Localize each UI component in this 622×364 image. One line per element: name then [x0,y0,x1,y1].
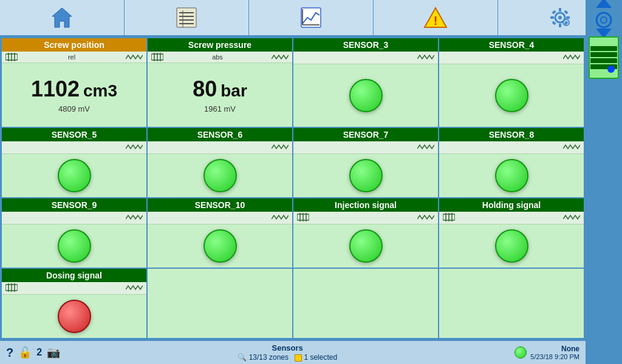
question-icon[interactable]: ? [6,346,13,360]
screw-pos-wave-icon [126,53,143,61]
sensor-6-subrow [148,141,292,154]
screw-position-subrow: rel [2,52,146,63]
dosing-icon [5,283,18,293]
injection-signal-subrow [293,212,438,224]
dosing-signal-cell: Dosing signal [1,268,147,339]
empty-cell-3 [439,268,584,339]
sensor-7-body [293,154,438,197]
status-center: Sensors 🔍 13/13 zones 1 selected [60,343,514,362]
injection-signal-body [293,224,438,268]
datetime: 5/23/18 9:20 PM [530,353,579,360]
sensor-6-cell: SENSOR_6 [147,127,293,198]
sensor-8-subrow [439,141,584,154]
sensor-6-indicator [203,159,237,192]
sensor-7-cell: SENSOR_7 [293,127,439,198]
sensor-5-header: SENSOR_5 [2,128,146,141]
screw-pres-mv: 1961 mV [204,104,236,113]
svg-rect-21 [564,10,568,14]
chart-button[interactable] [249,0,374,35]
injection-signal-indicator [349,229,383,263]
sensor-5-subrow [2,141,146,154]
screw-pres-unit: bar [220,81,247,101]
sensor-3-indicator [349,79,383,112]
dosing-wave-icon [126,283,143,293]
sensor-10-body [148,224,292,268]
screw-position-header: Screw position [2,38,146,52]
selected-indicator [295,354,302,362]
screw-pressure-cell: Screw pressure abs 80 bar 1961 mV [147,38,293,127]
sensor-4-header: SENSOR_4 [439,38,584,52]
sensor-5-indicator [58,159,91,192]
dosing-signal-subrow [2,282,146,295]
sensor-10-header: SENSOR_10 [148,198,292,212]
injection-icon [297,213,309,223]
sensor-10-subrow [148,212,292,224]
svg-rect-20 [552,21,556,25]
warning-button[interactable]: ! [374,0,498,35]
list-button[interactable] [125,0,249,35]
selected-info: 1 selected [304,353,337,362]
svg-point-25 [596,13,611,27]
camera-icon[interactable]: 📷 [47,346,60,359]
svg-rect-17 [566,16,570,19]
screw-pos-type: rel [68,53,75,61]
sensor-10-wave-icon [272,213,289,223]
display-panel[interactable] [589,36,619,79]
svg-rect-14 [559,8,561,12]
lock-icon[interactable]: 🔓 [18,346,32,359]
holding-signal-indicator [495,229,528,263]
injection-wave-icon [417,213,434,223]
zone-info: 13/13 zones [249,353,289,362]
screw-pressure-header: Screw pressure [148,38,292,52]
holding-signal-header: Holding signal [439,198,584,212]
holding-signal-cell: Holding signal [439,198,584,268]
svg-point-13 [558,16,562,19]
sensor-6-header: SENSOR_6 [148,128,292,141]
empty-cell-2 [293,268,439,339]
holding-signal-subrow [439,212,584,224]
sensor-7-wave-icon [417,143,434,152]
dosing-signal-header: Dosing signal [2,269,146,282]
sensor-9-wave-icon [126,213,143,223]
sensors-label: Sensors [272,343,303,352]
sensor-9-body [2,224,146,268]
screw-pres-wave-icon [272,53,289,61]
sensor-7-subrow [293,141,438,154]
screw-pres-value: 80 [193,76,217,102]
sensor-9-cell: SENSOR_9 [1,198,147,268]
search-status-icon: 🔍 [238,353,247,362]
sensor-8-header: SENSOR_8 [439,128,584,141]
home-button[interactable] [0,0,125,35]
screw-pres-icon [151,53,163,61]
none-label: None [530,345,579,353]
sensor-3-wave-icon [417,53,434,62]
svg-marker-0 [52,8,72,27]
search-scroll-icon[interactable] [589,3,619,33]
svg-rect-15 [559,24,561,27]
toolbar: ! [0,0,622,36]
screw-pos-unit: cm3 [83,81,117,101]
svg-point-23 [565,21,567,24]
screw-pressure-subrow: abs [148,52,292,63]
svg-rect-7 [301,8,321,27]
status-green-dot [514,346,527,359]
svg-rect-16 [550,16,554,19]
svg-rect-1 [177,8,196,27]
screw-position-cell: Screw position rel 1102 cm3 4809 mV [1,38,147,127]
right-sidebar [586,0,622,364]
holding-wave-icon [563,213,580,223]
injection-signal-header: Injection signal [293,198,438,212]
sensor-3-cell: SENSOR_3 [293,38,439,127]
sensor-10-indicator [203,229,237,263]
status-left: ? 🔓 2 📷 [6,346,60,360]
sensor-4-indicator [495,79,528,112]
screw-pos-mv: 4809 mV [58,104,90,113]
screw-position-body: 1102 cm3 4809 mV [2,63,146,127]
sensor-3-subrow [293,52,438,64]
sensor-9-indicator [58,229,91,263]
screw-pressure-body: 80 bar 1961 mV [148,63,292,127]
sensor-6-body [148,154,292,197]
sensor-6-wave-icon [272,143,289,152]
holding-icon [443,213,455,223]
svg-text:!: ! [434,14,438,27]
